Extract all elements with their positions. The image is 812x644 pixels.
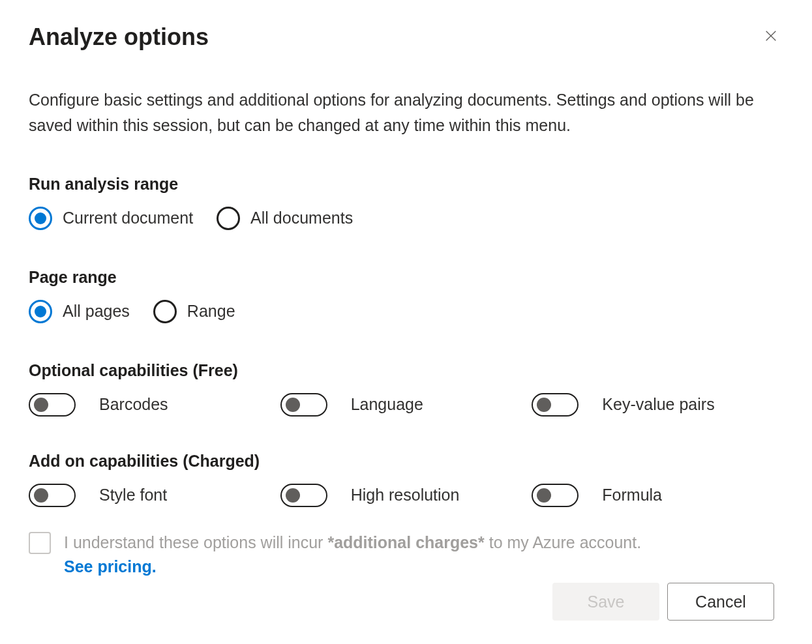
toggle-barcodes[interactable] (29, 393, 76, 417)
toggle-knob-icon (286, 488, 300, 503)
toggle-option-formula: Formula (532, 484, 783, 507)
run-range-label: Run analysis range (29, 175, 783, 194)
consent-suffix: to my Azure account. (485, 533, 641, 551)
toggle-knob-icon (34, 398, 48, 412)
consent-bold: *additional charges* (327, 533, 484, 551)
toggle-label: Key-value pairs (602, 395, 714, 414)
radio-label: Current document (63, 209, 193, 227)
see-pricing-link[interactable]: See pricing. (64, 555, 157, 579)
consent-checkbox[interactable] (29, 532, 51, 554)
radio-icon (153, 300, 177, 323)
toggle-formula[interactable] (532, 484, 579, 507)
toggle-high-resolution[interactable] (280, 484, 327, 507)
panel-header: Analyze options (29, 23, 783, 51)
toggle-option-language: Language (280, 393, 532, 417)
toggle-key-value-pairs[interactable] (532, 393, 579, 417)
addon-charged-toggles: Style font High resolution Formula (29, 484, 783, 507)
page-range-group: All pages Range (29, 300, 783, 323)
toggle-knob-icon (286, 398, 300, 412)
radio-label: All pages (63, 302, 130, 321)
panel-footer: Save Cancel (552, 583, 774, 621)
toggle-option-stylefont: Style font (29, 484, 280, 507)
radio-label: All documents (250, 209, 353, 227)
close-button[interactable] (759, 23, 783, 48)
toggle-language[interactable] (280, 393, 327, 417)
radio-range[interactable]: Range (153, 300, 235, 323)
toggle-knob-icon (537, 398, 551, 412)
consent-prefix: I understand these options will incur (64, 533, 327, 551)
optional-free-label: Optional capabilities (Free) (29, 361, 783, 380)
radio-all-documents[interactable]: All documents (217, 207, 353, 230)
toggle-label: Style font (99, 486, 167, 505)
toggle-label: Formula (602, 486, 662, 505)
toggle-option-barcodes: Barcodes (29, 393, 280, 417)
radio-icon (29, 207, 52, 230)
analyze-options-panel: Analyze options Configure basic settings… (0, 0, 812, 579)
close-icon (764, 29, 778, 43)
toggle-label: Language (351, 395, 423, 414)
save-button[interactable]: Save (552, 583, 659, 621)
panel-description: Configure basic settings and additional … (29, 87, 783, 138)
optional-free-toggles: Barcodes Language Key-value pairs (29, 393, 783, 417)
radio-label: Range (187, 302, 235, 321)
toggle-label: High resolution (351, 486, 460, 505)
page-range-label: Page range (29, 268, 783, 287)
run-range-group: Current document All documents (29, 207, 783, 230)
consent-text: I understand these options will incur *a… (64, 531, 641, 579)
cancel-button[interactable]: Cancel (667, 583, 774, 621)
panel-title: Analyze options (29, 23, 209, 51)
radio-current-document[interactable]: Current document (29, 207, 193, 230)
toggle-option-highres: High resolution (280, 484, 532, 507)
toggle-label: Barcodes (99, 395, 168, 414)
radio-icon (29, 300, 52, 323)
consent-row: I understand these options will incur *a… (29, 531, 783, 579)
radio-icon (217, 207, 240, 230)
toggle-knob-icon (537, 488, 551, 503)
toggle-knob-icon (34, 488, 48, 503)
toggle-style-font[interactable] (29, 484, 76, 507)
toggle-option-keyvalue: Key-value pairs (532, 393, 783, 417)
radio-all-pages[interactable]: All pages (29, 300, 130, 323)
addon-charged-label: Add on capabilities (Charged) (29, 452, 783, 471)
